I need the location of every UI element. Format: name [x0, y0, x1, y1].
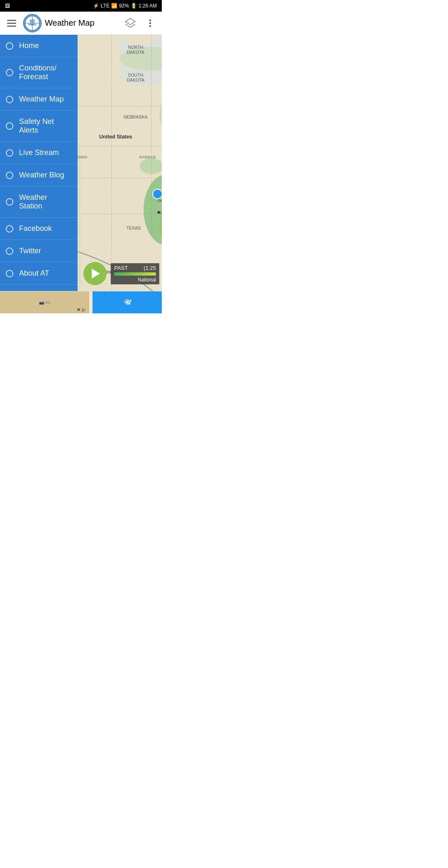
sidebar-item-label: Weather Blog: [19, 171, 64, 179]
more-options-button[interactable]: [142, 15, 158, 32]
sidebar-item-home[interactable]: Home: [0, 35, 78, 57]
svg-text:TEXAS: TEXAS: [127, 225, 141, 230]
radar-time-value: (1:25: [144, 265, 156, 271]
hamburger-menu-button[interactable]: [3, 15, 20, 32]
main-content: HomeConditions/ ForecastWeather MapSafet…: [0, 35, 162, 313]
radar-national-label: National: [114, 277, 156, 283]
svg-point-36: [158, 211, 160, 213]
sidebar-radio-icon: [6, 69, 13, 76]
ad-strip: 📷 Ad 𝒰 ✕ ▷: [0, 291, 162, 313]
page-title: Weather Map: [45, 18, 119, 28]
ad-image-right: 𝒰: [93, 291, 162, 313]
svg-text:SOUTH: SOUTH: [128, 73, 144, 78]
sidebar-item-label: About AT: [19, 269, 49, 278]
sidebar-item-label: Live Stream: [19, 148, 59, 157]
sidebar-radio-icon: [6, 149, 13, 157]
battery-level: 92%: [119, 3, 129, 9]
more-options-icon: [149, 19, 151, 27]
svg-text:OKLAHO: OKLAHO: [158, 198, 162, 203]
lte-label: LTE: [101, 3, 110, 9]
sidebar-item-label: Safety Net Alerts: [19, 117, 72, 135]
map-area[interactable]: NORTH DAKOTA SOUTH DAKOTA MING NEBRASKA …: [78, 35, 162, 313]
layers-button[interactable]: [122, 15, 139, 32]
radar-time-controls: PAST (1:25 National: [111, 263, 159, 284]
sidebar-item-weather-station[interactable]: Weather Station: [0, 187, 78, 218]
signal-bars: 📶: [111, 3, 117, 9]
play-icon: [92, 269, 100, 279]
radar-past-label: PAST: [114, 265, 128, 271]
svg-text:WEATHER: WEATHER: [28, 24, 37, 26]
sidebar-item-weather-map[interactable]: Weather Map: [0, 88, 78, 111]
sidebar-item-label: Twitter: [19, 247, 41, 255]
svg-point-23: [153, 189, 162, 199]
battery-icon: 🔋: [131, 3, 137, 9]
ad-image-left: 📷 Ad: [0, 291, 89, 313]
svg-text:COLORADO: COLORADO: [78, 155, 87, 159]
svg-text:ATS: ATS: [29, 19, 35, 22]
sidebar-radio-icon: [6, 247, 13, 255]
sidebar-item-label: Home: [19, 41, 39, 50]
status-bar: 🖼 ⚡ LTE 📶 92% 🔋 1:26 AM: [0, 0, 162, 12]
sidebar-drawer: HomeConditions/ ForecastWeather MapSafet…: [0, 35, 78, 313]
status-bar-left-icon: 🖼: [5, 3, 10, 9]
sidebar-item-label: Facebook: [19, 224, 52, 233]
app-logo: ATS WEATHER: [23, 14, 41, 32]
svg-text:United States: United States: [99, 134, 132, 140]
play-button[interactable]: [83, 262, 107, 285]
hamburger-icon: [7, 20, 16, 27]
svg-text:NORTH: NORTH: [128, 45, 143, 50]
svg-text:KANSAS: KANSAS: [139, 155, 156, 159]
svg-text:DAKOTA: DAKOTA: [127, 50, 145, 55]
status-icons: ⚡ LTE 📶 92% 🔋 1:26 AM: [93, 3, 157, 9]
sidebar-radio-icon: [6, 225, 13, 233]
sidebar-radio-icon: [6, 198, 13, 206]
radar-controls-overlay: PAST (1:25 National: [78, 262, 162, 285]
sidebar-item-label: Conditions/ Forecast: [19, 64, 72, 81]
sidebar-item-twitter[interactable]: Twitter: [0, 240, 78, 262]
sidebar-item-live-stream[interactable]: Live Stream: [0, 142, 78, 164]
svg-text:NEBRASKA: NEBRASKA: [124, 114, 148, 119]
logo-circle: ATS WEATHER: [23, 14, 41, 32]
sidebar-item-label: Weather Map: [19, 95, 64, 104]
app-bar: ATS WEATHER Weather Map: [0, 12, 162, 35]
sidebar-radio-icon: [6, 42, 13, 50]
sidebar-radio-icon: [6, 172, 13, 179]
ad-controls[interactable]: ✕ ▷: [77, 307, 85, 313]
radar-time-bar: PAST (1:25: [114, 265, 156, 271]
radar-progress-bar[interactable]: [114, 272, 156, 276]
sidebar-item-label: Weather Station: [19, 193, 72, 211]
sidebar-item-about-at[interactable]: About AT: [0, 262, 78, 285]
charging-icon: ⚡: [93, 3, 99, 9]
sidebar-item-safety-net-alerts[interactable]: Safety Net Alerts: [0, 111, 78, 142]
svg-marker-6: [125, 18, 135, 24]
sidebar-radio-icon: [6, 122, 13, 130]
sidebar-item-conditions-forecast[interactable]: Conditions/ Forecast: [0, 57, 78, 88]
sidebar-radio-icon: [6, 270, 13, 277]
sidebar-item-facebook[interactable]: Facebook: [0, 218, 78, 240]
sidebar-item-weather-blog[interactable]: Weather Blog: [0, 164, 78, 187]
svg-text:DAKOTA: DAKOTA: [127, 78, 145, 82]
sidebar-radio-icon: [6, 96, 13, 103]
time-display: 1:26 AM: [139, 3, 157, 9]
